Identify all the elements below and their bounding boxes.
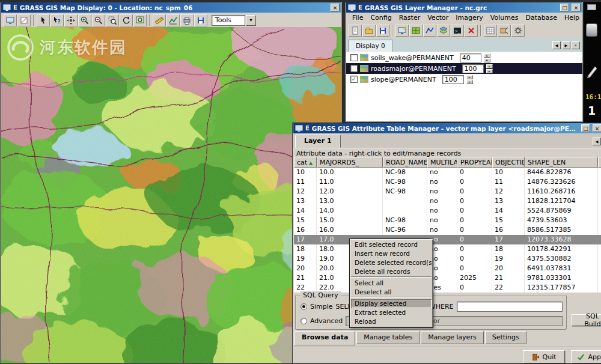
add-vector-icon[interactable] <box>423 25 436 37</box>
table-row[interactable]: 21 21.0 no 2025 21 9781.033301 <box>294 273 601 283</box>
close-button[interactable]: × <box>331 4 340 11</box>
opacity-spinner[interactable] <box>466 75 473 84</box>
context-menu-item[interactable]: Deselect all <box>351 288 432 297</box>
map-canvas[interactable]: 河东软件园 <box>1 27 341 363</box>
maximize-button[interactable]: □ <box>560 4 569 11</box>
table-row[interactable]: 15 15.0 NC-98 no 0 15 4739.53603 <box>294 216 601 225</box>
layer-checkbox[interactable]: ✓ <box>350 76 358 83</box>
delete-layer-icon[interactable] <box>465 25 478 37</box>
table-row[interactable]: 17 17.0 no 0 17 12073.33628 <box>294 235 601 244</box>
layer-row[interactable]: roadsmajor@PERMANENT 100 <box>346 63 582 74</box>
zoom-in-icon[interactable] <box>78 14 91 26</box>
table-row[interactable]: 13 13.0 no 0 13 11828.121704 <box>294 196 601 206</box>
bottom-tab[interactable]: Manage layers <box>421 331 484 344</box>
context-menu-item[interactable]: Edit selected record <box>351 240 432 249</box>
table-row[interactable]: 16 16.0 NC-96 no 0 16 8586.517385 <box>294 225 601 235</box>
opacity-value[interactable]: 100 <box>462 64 484 73</box>
sql-build-button[interactable]: SQL Build <box>572 314 601 326</box>
tools-combo[interactable]: Tools <box>212 15 245 26</box>
save-icon[interactable] <box>194 14 207 26</box>
context-menu-item[interactable]: Reload <box>351 317 432 326</box>
tab-scroll-right-button[interactable]: ▶ <box>562 41 570 49</box>
layer-checkbox[interactable] <box>350 54 358 61</box>
map-display-titlebar[interactable]: E GRASS GIS Map Display: 0 - Location: n… <box>1 2 341 13</box>
layer-1-tab[interactable]: Layer 1 <box>295 135 341 148</box>
zoom-out-icon[interactable] <box>92 14 105 26</box>
close-button[interactable]: × <box>593 124 601 132</box>
raster-tools-icon[interactable] <box>498 25 511 37</box>
opacity-value[interactable]: 100 <box>442 75 464 84</box>
display-tab[interactable]: Display 0 <box>348 40 393 52</box>
apply-button[interactable]: Apply <box>571 350 601 363</box>
context-menu-item[interactable]: Display selected <box>351 299 432 308</box>
open-workspace-icon[interactable] <box>362 25 376 37</box>
zoom-box-icon[interactable] <box>106 14 119 26</box>
simple-radio[interactable] <box>300 303 307 310</box>
pan-icon[interactable] <box>64 14 78 26</box>
context-menu-item[interactable]: Insert new record <box>351 249 432 258</box>
column-header-multilane[interactable]: MULTILAN <box>427 157 457 168</box>
add-command-icon[interactable]: >_ <box>451 25 464 37</box>
bottom-tab[interactable]: Manage tables <box>356 331 419 344</box>
column-header-majorrds[interactable]: MAJORRDS_ <box>317 157 383 168</box>
opacity-spinner[interactable] <box>484 53 490 62</box>
measure-icon[interactable] <box>153 14 166 26</box>
zoom-back-icon[interactable] <box>120 14 133 26</box>
advanced-radio[interactable] <box>300 318 307 324</box>
quit-button[interactable]: Quit <box>523 350 565 363</box>
table-row[interactable]: 11 11.0 NC-98 no 0 11 14876.323626 <box>294 177 601 187</box>
attribute-manager-titlebar[interactable]: E GRASS GIS Attribute Table Manager - ve… <box>293 123 601 133</box>
panel-pen-icon[interactable] <box>585 63 599 79</box>
context-menu-item[interactable]: Select all <box>351 279 432 288</box>
close-button[interactable]: × <box>572 4 581 11</box>
context-menu-item[interactable]: Delete all records <box>351 267 432 277</box>
layer-row[interactable]: ✓ slope@PERMANENT 100 <box>346 74 582 85</box>
column-header-objectid[interactable]: OBJECTID <box>492 157 525 168</box>
menu-item[interactable]: Vector <box>424 13 452 23</box>
query-icon[interactable]: ? <box>50 14 64 26</box>
display-icon[interactable] <box>4 14 17 26</box>
column-header-cat[interactable]: cat▲ <box>294 157 317 168</box>
add-layer-group-icon[interactable] <box>437 25 450 37</box>
opacity-value[interactable]: 40 <box>460 53 481 62</box>
sql-where-input[interactable] <box>457 302 563 312</box>
pointer-icon[interactable] <box>37 14 50 26</box>
panel-app-icon[interactable] <box>586 23 597 37</box>
tab-close-button[interactable]: × <box>572 41 580 49</box>
bottom-tab[interactable]: Settings <box>485 331 526 344</box>
attribute-table-icon[interactable] <box>484 25 497 37</box>
column-header-propyear[interactable]: PROPYEAR <box>457 157 492 168</box>
opacity-spinner[interactable] <box>486 64 493 73</box>
menu-item[interactable]: Database <box>522 13 561 23</box>
table-row[interactable]: 12 12.0 NC-98 no 0 12 11610.268716 <box>294 187 601 196</box>
erase-icon[interactable] <box>17 14 31 26</box>
column-header-shape-len[interactable]: SHAPE_LEN <box>525 157 598 168</box>
new-workspace-icon[interactable] <box>349 25 362 37</box>
table-row[interactable]: 18 18.0 no 0 18 10178.42291 <box>294 244 601 254</box>
settings-icon[interactable] <box>511 25 525 37</box>
context-menu-item[interactable]: Delete selected record(s) <box>351 258 432 267</box>
maximize-button[interactable]: □ <box>581 124 590 132</box>
tab-scroll-left-button[interactable]: ◀ <box>552 41 561 49</box>
menu-item[interactable]: Config <box>367 13 395 23</box>
table-row[interactable]: 19 19.0 no 0 19 4375.530882 <box>294 254 601 264</box>
layer-manager-titlebar[interactable]: E GRASS GIS Layer Manager - nc.grc □ × <box>346 2 582 13</box>
menu-item[interactable]: Volumes <box>487 13 522 23</box>
profile-icon[interactable] <box>166 14 180 26</box>
zoom-extent-icon[interactable] <box>133 14 147 26</box>
menu-item[interactable]: Imagery <box>452 13 486 23</box>
tools-dropdown-arrow[interactable]: ▼ <box>246 15 256 26</box>
menu-item[interactable]: Help <box>561 13 583 23</box>
bottom-tab[interactable]: Browse data <box>294 331 355 345</box>
column-header-road-name[interactable]: ROAD_NAME <box>383 157 427 168</box>
tab-scroll-left-button[interactable]: ◀ <box>593 138 601 145</box>
panel-window-icon[interactable] <box>587 4 596 10</box>
menu-item[interactable]: Raster <box>395 13 424 23</box>
context-menu-item[interactable]: Extract selected <box>351 308 432 317</box>
table-row[interactable]: 20 20.0 no 0 20 6491.037831 <box>294 264 601 273</box>
table-row[interactable]: 14 14.0 no 0 14 5524.875869 <box>294 206 601 216</box>
table-row[interactable]: 10 10.0 NC-98 no 0 10 8446.822876 <box>294 168 601 177</box>
layer-row[interactable]: soils_wake@PERMANENT 40 <box>346 52 582 63</box>
save-workspace-icon[interactable] <box>376 25 389 37</box>
menu-item[interactable]: File <box>349 13 367 23</box>
